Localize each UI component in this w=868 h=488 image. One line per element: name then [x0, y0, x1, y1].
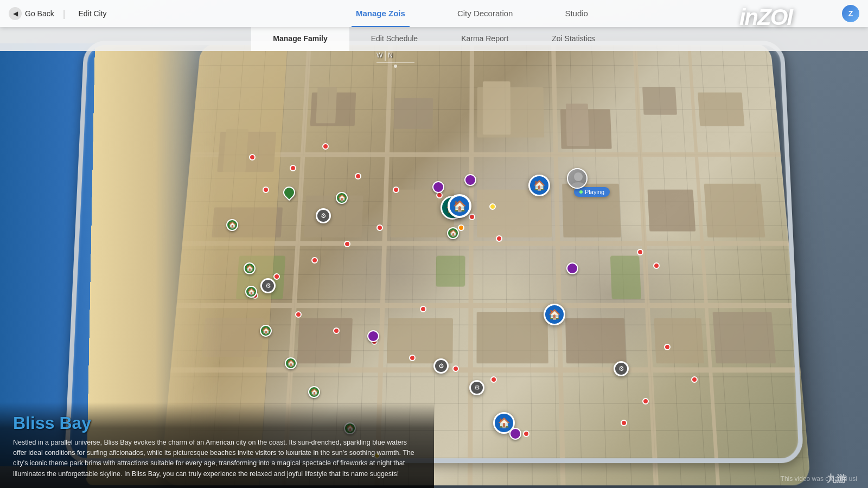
back-arrow-icon: ◀ — [9, 7, 22, 20]
playing-status-dot — [579, 190, 583, 194]
brand-logo: inZOI — [739, 4, 792, 30]
city-description: Nestled in a parallel universe, Bliss Ba… — [13, 438, 421, 480]
nav-center-section: Manage Zois City Decoration Studio — [119, 0, 825, 27]
go-back-button[interactable]: ◀ Go Back — [9, 7, 54, 20]
nav-studio[interactable]: Studio — [560, 0, 592, 27]
jiuyou-logo: 九游 — [827, 472, 846, 485]
sub-navigation: Manage Family Edit Schedule Karma Report… — [0, 27, 868, 51]
edit-city-link[interactable]: Edit City — [78, 9, 106, 18]
svg-rect-31 — [476, 312, 548, 363]
compass-n-label: N — [388, 52, 393, 59]
nav-left-section: ◀ Go Back | Edit City — [0, 7, 119, 20]
sub-nav-zoi-statistics[interactable]: Zoi Statistics — [530, 27, 616, 51]
svg-rect-20 — [698, 93, 744, 126]
svg-rect-34 — [712, 312, 776, 363]
sub-nav-karma-report[interactable]: Karma Report — [439, 27, 530, 51]
svg-rect-23 — [391, 190, 455, 237]
svg-rect-24 — [477, 190, 552, 237]
svg-rect-27 — [704, 184, 765, 237]
playing-label: Playing — [585, 189, 604, 195]
sub-nav-manage-family[interactable]: Manage Family — [251, 27, 349, 51]
nav-right-section: Z — [825, 5, 868, 22]
user-avatar[interactable]: Z — [842, 5, 859, 22]
compass-w-label: W — [376, 52, 382, 59]
svg-rect-30 — [387, 318, 453, 363]
svg-rect-14 — [393, 98, 433, 129]
compass: W N — [376, 50, 414, 68]
go-back-label: Go Back — [25, 9, 54, 18]
city-name: Bliss Bay — [13, 413, 421, 433]
svg-rect-33 — [654, 318, 704, 363]
svg-rect-32 — [565, 318, 626, 363]
svg-line-6 — [470, 43, 472, 485]
top-navigation: ◀ Go Back | Edit City Manage Zois City D… — [0, 0, 868, 27]
city-info-panel: Bliss Bay Nestled in a parallel universe… — [0, 402, 434, 489]
svg-rect-13 — [316, 87, 337, 123]
svg-rect-22 — [304, 196, 363, 237]
svg-rect-37 — [610, 256, 641, 299]
svg-rect-19 — [642, 87, 677, 114]
svg-rect-36 — [436, 256, 465, 287]
playing-badge: Playing — [574, 187, 610, 197]
svg-rect-18 — [566, 104, 589, 146]
nav-city-decoration[interactable]: City Decoration — [453, 0, 518, 27]
svg-point-39 — [574, 172, 583, 181]
nav-manage-zois[interactable]: Manage Zois — [352, 0, 410, 27]
nav-divider: | — [63, 8, 66, 20]
svg-rect-29 — [297, 318, 353, 363]
sub-nav-edit-schedule[interactable]: Edit Schedule — [349, 27, 439, 51]
svg-rect-26 — [648, 190, 696, 232]
svg-rect-16 — [483, 81, 510, 134]
player-avatar[interactable] — [567, 168, 588, 189]
